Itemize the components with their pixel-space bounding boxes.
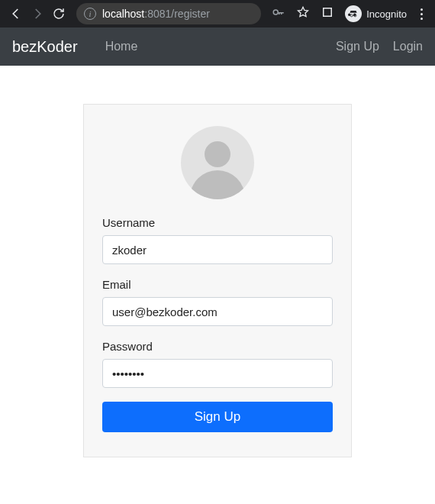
url-host: localhost xyxy=(102,8,144,20)
username-group: Username xyxy=(102,216,333,264)
email-input[interactable] xyxy=(102,297,333,326)
back-icon[interactable] xyxy=(9,7,23,21)
extensions-icon[interactable] xyxy=(321,5,334,22)
incognito-indicator[interactable]: Incognito xyxy=(345,5,407,22)
password-input[interactable] xyxy=(102,359,333,388)
username-input[interactable] xyxy=(102,235,333,264)
password-key-icon[interactable] xyxy=(272,5,285,22)
navbar-brand[interactable]: bezKoder xyxy=(12,38,78,56)
url-text: localhost:8081/register xyxy=(102,8,210,20)
navbar-left: bezKoder Home xyxy=(12,38,336,56)
nav-link-signup[interactable]: Sign Up xyxy=(336,40,379,53)
forward-icon[interactable] xyxy=(31,7,44,21)
url-path: /register xyxy=(171,8,210,20)
svg-point-2 xyxy=(350,15,353,17)
bookmark-star-icon[interactable] xyxy=(296,5,310,22)
svg-point-0 xyxy=(273,10,278,15)
browser-right-icons: Incognito xyxy=(267,5,430,22)
username-label: Username xyxy=(102,216,333,229)
browser-chrome-bar: i localhost:8081/register Incognito xyxy=(0,0,435,27)
address-bar[interactable]: i localhost:8081/register xyxy=(76,3,261,24)
email-label: Email xyxy=(102,278,333,291)
nav-link-home[interactable]: Home xyxy=(105,40,138,53)
app-navbar: bezKoder Home Sign Up Login xyxy=(0,27,435,66)
password-label: Password xyxy=(102,340,333,353)
svg-rect-1 xyxy=(324,8,332,17)
password-group: Password xyxy=(102,340,333,388)
page-content: Username Email Password Sign Up xyxy=(0,66,435,457)
browser-menu-icon[interactable] xyxy=(417,8,426,20)
register-card: Username Email Password Sign Up xyxy=(83,104,352,457)
incognito-icon xyxy=(345,5,362,22)
nav-link-login[interactable]: Login xyxy=(393,40,423,53)
reload-icon[interactable] xyxy=(52,7,66,21)
url-port: :8081 xyxy=(144,8,171,20)
email-group: Email xyxy=(102,278,333,326)
incognito-label: Incognito xyxy=(366,8,407,20)
signup-button[interactable]: Sign Up xyxy=(102,402,333,432)
site-info-icon[interactable]: i xyxy=(84,8,96,20)
navbar-right: Sign Up Login xyxy=(336,40,423,53)
avatar-wrap xyxy=(102,126,333,199)
avatar-placeholder-icon xyxy=(181,126,254,199)
nav-controls xyxy=(5,7,70,21)
